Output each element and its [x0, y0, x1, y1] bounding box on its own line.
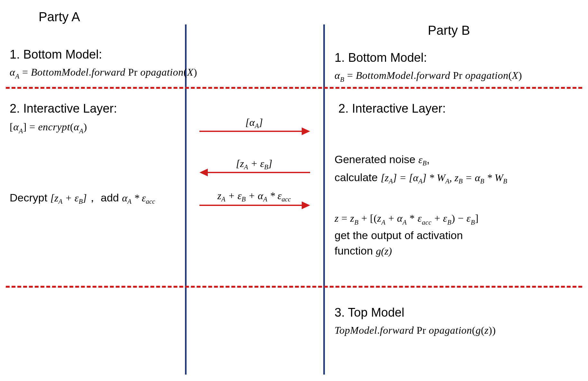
header-party-a: Party A: [39, 10, 80, 24]
separator-2: [6, 286, 582, 288]
header-party-b: Party B: [428, 23, 470, 38]
b-section2-title: 2. Interactive Layer:: [338, 102, 446, 116]
a-section2-decrypt: Decrypt [zA + εB]， add αA * εacc: [10, 190, 155, 205]
b-output-line2: function g(z): [335, 245, 392, 257]
arrow1-line: [199, 131, 302, 132]
decrypt-prefix: Decrypt: [10, 191, 51, 204]
diagram-canvas: Party A Party B 1. Bottom Model: αA = Bo…: [0, 0, 588, 381]
b-section1-title: 1. Bottom Model:: [335, 51, 427, 65]
party-b-timeline: [323, 24, 325, 375]
noise-prefix: Generated noise: [335, 153, 418, 165]
a-section2-title: 2. Interactive Layer:: [10, 102, 117, 116]
output-prefix: function: [335, 245, 376, 257]
arrow1-label: [αA]: [199, 116, 309, 130]
arrow3-line: [199, 205, 302, 206]
a-section1-title: 1. Bottom Model:: [10, 48, 102, 61]
decrypt-mid: ， add: [87, 191, 122, 204]
arrow3-head: [302, 201, 310, 209]
b-calc-line: calculate [zA] = [αA] * WA, zB = αB * WB: [335, 171, 507, 185]
noise-suffix: ,: [427, 153, 429, 165]
arrow3-label: zA + εB + αA * εacc: [193, 190, 315, 203]
b-section1-formula: αB = BottomModel.forward Pr opagation(X): [335, 70, 522, 83]
calc-prefix: calculate: [335, 171, 381, 183]
b-z-expr: z = zB + [(zA + αA * εacc + εB) − εB]: [335, 212, 479, 226]
b-output-line1: get the output of activation: [335, 229, 463, 242]
separator-1: [6, 87, 582, 89]
b-noise-line: Generated noise εB,: [335, 153, 430, 167]
arrow2-line: [207, 172, 310, 173]
arrow2-head: [199, 169, 208, 176]
b-section3-title: 3. Top Model: [335, 306, 404, 320]
a-section1-formula: αA = BottomModel.forward Pr opagation(X): [10, 66, 197, 79]
b-section3-formula: TopModel.forward Pr opagation(g(z)): [335, 324, 496, 336]
a-section2-encrypt: [αA] = encrypt(αA): [10, 121, 87, 134]
arrow1-head: [302, 127, 310, 135]
arrow2-label: [zA + εB]: [199, 158, 309, 171]
